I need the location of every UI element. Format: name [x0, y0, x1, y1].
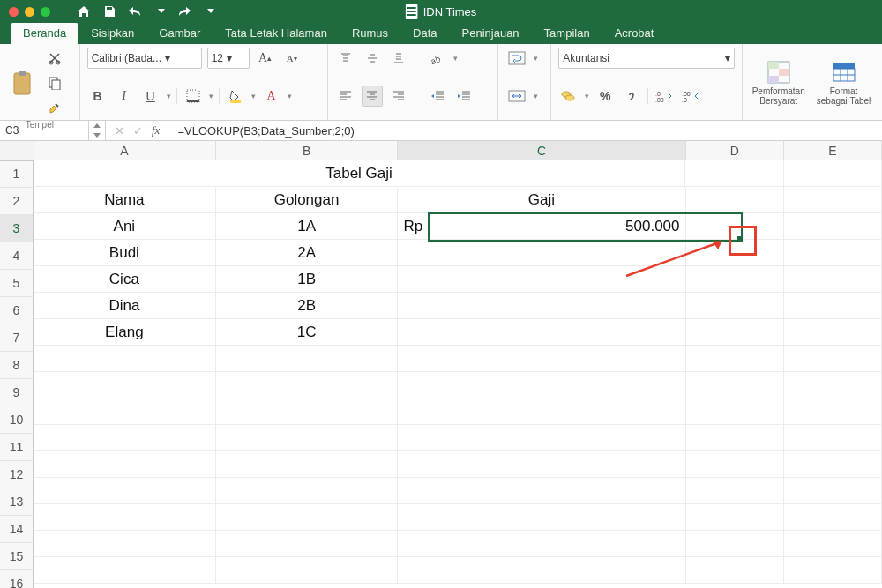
- cell[interactable]: [784, 478, 882, 504]
- cell[interactable]: [784, 425, 882, 451]
- undo-icon[interactable]: [128, 5, 142, 18]
- cell[interactable]: [398, 293, 685, 319]
- cell[interactable]: Nama: [34, 187, 216, 213]
- cell[interactable]: [398, 478, 685, 504]
- comma-button[interactable]: [621, 86, 642, 107]
- menu-tab-gambar[interactable]: Gambar: [146, 23, 213, 44]
- cell[interactable]: [34, 425, 216, 451]
- conditional-formatting-button[interactable]: Pemformatan Bersyarat: [753, 60, 804, 106]
- menu-tab-tampilan[interactable]: Tampilan: [532, 23, 602, 44]
- cell[interactable]: [784, 398, 882, 425]
- cell[interactable]: [34, 398, 216, 425]
- enter-formula-icon[interactable]: ✓: [133, 124, 143, 138]
- close-window-button[interactable]: [9, 7, 19, 17]
- cell[interactable]: [398, 557, 685, 584]
- align-top-button[interactable]: [335, 48, 356, 69]
- cell[interactable]: [784, 160, 882, 187]
- cell[interactable]: [686, 504, 784, 531]
- currency-button[interactable]: [558, 86, 579, 107]
- row-header[interactable]: 4: [0, 242, 34, 270]
- save-icon[interactable]: [103, 5, 116, 18]
- zoom-window-button[interactable]: [41, 7, 50, 17]
- cell[interactable]: Dina: [34, 293, 216, 319]
- cell[interactable]: [784, 240, 882, 266]
- cell[interactable]: [34, 372, 216, 398]
- cell[interactable]: Elang: [34, 319, 216, 346]
- cell[interactable]: [686, 319, 784, 346]
- bold-button[interactable]: B: [87, 86, 108, 107]
- cell[interactable]: [686, 425, 784, 451]
- cell[interactable]: [784, 504, 882, 531]
- format-as-table-button[interactable]: Format sebagai Tabel: [816, 60, 872, 106]
- column-header[interactable]: C: [398, 141, 685, 160]
- cell[interactable]: [686, 293, 784, 319]
- row-header[interactable]: 3: [0, 215, 34, 242]
- redo-icon[interactable]: [177, 5, 191, 18]
- select-all-corner[interactable]: [0, 141, 34, 161]
- cell[interactable]: [216, 346, 399, 372]
- cell[interactable]: [398, 346, 685, 372]
- merge-cells-button[interactable]: [505, 86, 528, 107]
- cell[interactable]: Gaji: [398, 187, 685, 213]
- cell[interactable]: [398, 372, 685, 398]
- menu-tab-rumus[interactable]: Rumus: [340, 23, 400, 44]
- borders-button[interactable]: [183, 86, 204, 107]
- undo-dropdown-icon[interactable]: [158, 9, 165, 14]
- formula-input[interactable]: =VLOOKUP(B3;Data_Sumber;2;0): [172, 124, 882, 138]
- align-right-button[interactable]: [388, 86, 409, 107]
- cell[interactable]: Tabel Gaji: [34, 160, 685, 187]
- cell[interactable]: 1A: [216, 213, 399, 240]
- cell[interactable]: 1B: [216, 266, 399, 293]
- cell[interactable]: [784, 293, 882, 319]
- orientation-dropdown-icon[interactable]: ▾: [453, 54, 458, 63]
- copy-button[interactable]: [44, 72, 65, 93]
- align-bottom-button[interactable]: [388, 48, 409, 69]
- column-header[interactable]: D: [686, 141, 784, 160]
- cell[interactable]: [398, 319, 685, 346]
- cell[interactable]: [784, 187, 882, 213]
- cell[interactable]: [686, 398, 784, 425]
- qat-more-icon[interactable]: [207, 9, 214, 14]
- cell[interactable]: [398, 531, 685, 557]
- fill-color-dropdown-icon[interactable]: ▾: [251, 92, 256, 100]
- row-header[interactable]: 13: [0, 488, 34, 516]
- decrease-decimal-button[interactable]: .00.0: [680, 86, 701, 107]
- menu-tab-beranda[interactable]: Beranda: [11, 23, 78, 44]
- number-format-select[interactable]: Akuntansi▾: [558, 48, 735, 69]
- row-header[interactable]: 5: [0, 270, 34, 297]
- increase-indent-button[interactable]: [453, 86, 475, 107]
- decrease-font-button[interactable]: A▾: [281, 48, 303, 69]
- row-header[interactable]: 16: [0, 570, 34, 588]
- menu-tab-acrobat[interactable]: Acrobat: [602, 23, 667, 44]
- percent-button[interactable]: %: [594, 86, 616, 107]
- row-header[interactable]: 8: [0, 352, 34, 379]
- cell[interactable]: Ani: [34, 213, 216, 240]
- row-header[interactable]: 1: [0, 160, 34, 188]
- cell[interactable]: [34, 557, 216, 584]
- cell[interactable]: [784, 213, 882, 240]
- underline-dropdown-icon[interactable]: ▾: [167, 92, 171, 100]
- font-size-select[interactable]: 12▾: [207, 48, 250, 69]
- cell[interactable]: [686, 346, 784, 372]
- namebox-up-icon[interactable]: [89, 121, 105, 130]
- row-header[interactable]: 14: [0, 516, 34, 543]
- cell[interactable]: [784, 266, 882, 293]
- cell[interactable]: 1C: [216, 319, 399, 346]
- row-header[interactable]: 12: [0, 461, 34, 488]
- cell[interactable]: [216, 398, 399, 425]
- cell[interactable]: [216, 504, 399, 531]
- column-header[interactable]: E: [784, 141, 882, 160]
- cell[interactable]: [34, 451, 216, 478]
- row-header[interactable]: 6: [0, 297, 34, 324]
- paste-button[interactable]: [7, 64, 39, 101]
- increase-font-button[interactable]: A▴: [255, 48, 276, 69]
- italic-button[interactable]: I: [114, 86, 135, 107]
- wrap-text-button[interactable]: [505, 48, 528, 69]
- namebox-down-icon[interactable]: [89, 130, 105, 140]
- row-header[interactable]: 9: [0, 379, 34, 406]
- underline-button[interactable]: U: [140, 86, 161, 107]
- cell[interactable]: [686, 531, 784, 557]
- menu-tab-peninjauan[interactable]: Peninjauan: [450, 23, 532, 44]
- row-header[interactable]: 7: [0, 324, 34, 352]
- fx-label[interactable]: fx: [152, 123, 160, 138]
